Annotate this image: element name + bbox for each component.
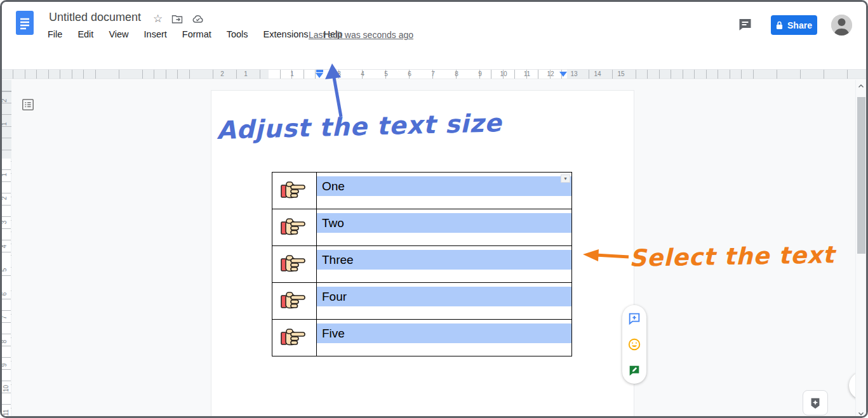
ruler-number: 13 bbox=[570, 70, 577, 77]
annotation-arrow-up bbox=[317, 62, 351, 118]
menu-format[interactable]: Format bbox=[182, 29, 211, 39]
document-table: One ▾ Two Three bbox=[272, 172, 572, 356]
table-cell-dropdown[interactable]: ▾ bbox=[561, 174, 570, 183]
cell-word: Four bbox=[322, 290, 347, 304]
header: Untitled document ☆ File Edit View Inser… bbox=[2, 2, 866, 46]
table-row: Three bbox=[272, 246, 572, 283]
menu-view[interactable]: View bbox=[109, 29, 128, 39]
table-cell-emoji[interactable] bbox=[272, 283, 317, 319]
share-button[interactable]: Share bbox=[771, 15, 817, 35]
google-docs-logo-icon[interactable] bbox=[16, 11, 34, 35]
ruler-number: 9 bbox=[1, 363, 8, 367]
menu-extensions[interactable]: Extensions bbox=[264, 29, 309, 39]
selected-text-highlight: Three bbox=[317, 250, 571, 270]
menu-edit[interactable]: Edit bbox=[77, 29, 93, 39]
ruler-number: 1 bbox=[1, 122, 8, 126]
annotation-select-the-text: Select the text bbox=[629, 241, 835, 272]
lock-icon bbox=[776, 21, 783, 30]
vertical-scrollbar[interactable] bbox=[855, 80, 866, 418]
table-cell-text-area[interactable]: Five bbox=[317, 320, 572, 356]
last-edit-link[interactable]: Last edit was seconds ago bbox=[309, 30, 413, 40]
ruler-number: 6 bbox=[1, 292, 8, 296]
table-cell-text-area[interactable]: Four bbox=[317, 283, 572, 319]
move-folder-icon[interactable] bbox=[171, 14, 183, 24]
ruler-number: 5 bbox=[384, 70, 388, 77]
ruler-number: 1 bbox=[244, 70, 248, 77]
ruler-number: 12 bbox=[547, 70, 554, 77]
scroll-down-arrow[interactable] bbox=[856, 408, 865, 418]
ruler-number: 1 bbox=[290, 70, 294, 77]
scroll-up-arrow[interactable] bbox=[856, 81, 865, 91]
ruler-number: 7 bbox=[1, 316, 8, 320]
pointing-hand-emoji bbox=[280, 252, 308, 277]
ruler-number: 4 bbox=[361, 70, 364, 77]
document-outline-button[interactable] bbox=[21, 98, 35, 112]
ruler-number: 15 bbox=[617, 70, 624, 77]
ruler-number: 10 bbox=[500, 70, 507, 77]
explore-button[interactable] bbox=[803, 390, 828, 415]
annotation-arrow-left bbox=[582, 249, 630, 264]
star-icon[interactable]: ☆ bbox=[153, 12, 163, 25]
menu-file[interactable]: File bbox=[48, 29, 62, 39]
selected-text-highlight: Five bbox=[317, 323, 571, 343]
right-indent-marker[interactable] bbox=[559, 72, 567, 77]
ruler-number: 7 bbox=[431, 70, 435, 77]
selected-text-highlight: One bbox=[317, 176, 571, 196]
table-cell-emoji[interactable] bbox=[272, 209, 317, 245]
account-avatar[interactable] bbox=[831, 15, 852, 36]
table-cell-emoji[interactable] bbox=[272, 320, 317, 356]
pointing-hand-emoji bbox=[280, 289, 308, 313]
ruler-number: 14 bbox=[594, 70, 601, 77]
vertical-ruler[interactable]: 2 1 1 2 3 4 5 6 7 8 9 10 11 bbox=[2, 80, 11, 418]
table-row: Four bbox=[272, 283, 572, 320]
toolbar: ↶ ↷ 100%▾ Normal text▾ Arial▾ − 14 + B I… bbox=[2, 46, 866, 69]
document-title[interactable]: Untitled document bbox=[49, 11, 141, 24]
cell-word: Three bbox=[322, 253, 354, 267]
pointing-hand-emoji bbox=[280, 179, 308, 203]
table-cell-text-area[interactable]: Three bbox=[317, 246, 572, 282]
ruler-number: 10 bbox=[3, 385, 10, 392]
add-comment-icon[interactable] bbox=[627, 311, 641, 325]
ruler-number: 5 bbox=[1, 268, 8, 272]
explore-badge-icon bbox=[808, 396, 822, 410]
table-row: Five bbox=[272, 320, 572, 356]
ruler-number: 6 bbox=[408, 70, 411, 77]
scrollbar-thumb[interactable] bbox=[857, 97, 865, 254]
table-row: Two bbox=[272, 209, 572, 246]
share-label: Share bbox=[787, 20, 812, 30]
ruler-number: 2 bbox=[220, 70, 224, 77]
emoji-reaction-icon[interactable] bbox=[627, 337, 641, 351]
table-row: One ▾ bbox=[272, 173, 572, 209]
selected-text-highlight: Two bbox=[317, 213, 571, 233]
margin-action-pill bbox=[622, 305, 646, 384]
ruler-number: 9 bbox=[478, 70, 482, 77]
ruler-number: 8 bbox=[455, 70, 458, 77]
ruler-number: 11 bbox=[524, 70, 530, 77]
ruler-number: 3 bbox=[1, 221, 8, 225]
ruler-number: 1 bbox=[1, 173, 8, 177]
ruler-number: 2 bbox=[1, 99, 8, 103]
suggest-edits-icon[interactable] bbox=[627, 363, 641, 377]
pointing-hand-emoji bbox=[280, 216, 308, 240]
ruler-number: 8 bbox=[1, 340, 8, 344]
table-cell-text-area[interactable]: Two bbox=[317, 209, 572, 245]
ruler-number: 2 bbox=[1, 197, 8, 200]
selected-text-highlight: Four bbox=[317, 287, 571, 306]
menu-tools[interactable]: Tools bbox=[227, 29, 248, 39]
cell-word: One bbox=[322, 180, 345, 193]
cell-word: Two bbox=[322, 216, 344, 230]
table-cell-emoji[interactable] bbox=[272, 173, 317, 209]
horizontal-ruler[interactable]: 2 1 1 3 4 5 6 7 8 9 10 11 12 13 14 15 bbox=[2, 69, 866, 79]
open-comment-history-icon[interactable] bbox=[737, 17, 753, 32]
cell-word: Five bbox=[322, 327, 345, 341]
table-cell-emoji[interactable] bbox=[272, 246, 317, 282]
table-cell-text-area[interactable]: One ▾ bbox=[317, 173, 572, 209]
ruler-number: 11 bbox=[3, 409, 10, 415]
ruler-number: 4 bbox=[1, 245, 8, 249]
google-docs-window: Untitled document ☆ File Edit View Inser… bbox=[0, 0, 868, 418]
pointing-hand-emoji bbox=[280, 326, 308, 350]
cloud-saved-icon[interactable] bbox=[192, 14, 204, 23]
menu-bar: File Edit View Insert Format Tools Exten… bbox=[48, 29, 342, 39]
menu-insert[interactable]: Insert bbox=[144, 29, 167, 39]
